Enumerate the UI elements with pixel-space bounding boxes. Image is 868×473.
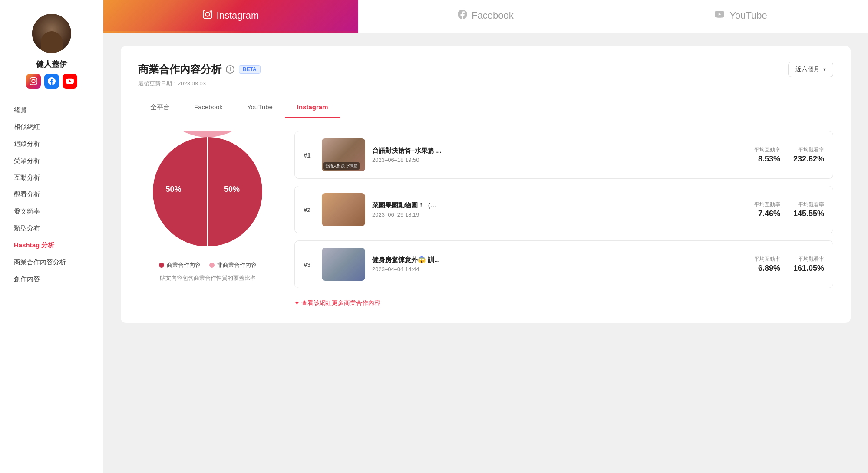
chart-legend: 商業合作內容 非商業合作內容: [159, 261, 257, 269]
post-card-1[interactable]: #1 台語對決搶答–水果篇 ... 2023–06–18 19:50 平均互動率…: [294, 131, 833, 179]
engagement-stat-1: 平均互動率 8.53%: [754, 146, 780, 164]
engagement-value-3: 6.89%: [758, 264, 780, 273]
user-name: 健人蓋伊: [36, 59, 67, 69]
youtube-social-icon[interactable]: [63, 74, 77, 89]
info-icon[interactable]: i: [226, 65, 234, 74]
sidebar-item-Hashtag 分析[interactable]: Hashtag 分析: [10, 237, 92, 254]
post-stats-2: 平均互動率 7.46% 平均觀看率 145.55%: [754, 201, 824, 218]
pie-chart: 50% 50%: [147, 131, 268, 253]
post-date-3: 2023–04–04 14:44: [372, 266, 747, 273]
post-thumb-2: [322, 193, 365, 226]
platform-tabs: Instagram Facebook YouTube: [103, 0, 868, 33]
view-stat-3: 平均觀看率 161.05%: [793, 256, 824, 273]
tab-facebook[interactable]: Facebook: [358, 0, 613, 33]
card-header: 商業合作內容分析 i BETA 近六個月 ▾: [138, 62, 833, 77]
sub-tabs: 全平台 Facebook YouTube Instagram: [138, 98, 833, 118]
view-value-3: 161.05%: [793, 264, 824, 273]
non-commercial-legend-label: 非商業合作內容: [217, 261, 257, 269]
last-updated: 最後更新日期：2023.08.03: [138, 80, 833, 88]
legend-commercial: 商業合作內容: [159, 261, 201, 269]
youtube-tab-icon: [714, 10, 725, 22]
posts-list: #1 台語對決搶答–水果篇 ... 2023–06–18 19:50 平均互動率…: [294, 131, 833, 307]
engagement-label-3: 平均互動率: [754, 256, 780, 263]
view-stat-1: 平均觀看率 232.62%: [793, 146, 824, 164]
post-thumb-1: [322, 138, 365, 171]
engagement-stat-2: 平均互動率 7.46%: [754, 201, 780, 218]
sub-tab-youtube[interactable]: YouTube: [235, 98, 285, 118]
chevron-down-icon: ▾: [823, 66, 826, 72]
date-filter-label: 近六個月: [795, 66, 820, 73]
view-value-1: 232.62%: [793, 154, 824, 164]
avatar: [32, 14, 71, 53]
tab-youtube[interactable]: YouTube: [613, 0, 868, 33]
post-stats-1: 平均互動率 8.53% 平均觀看率 232.62%: [754, 146, 824, 164]
more-link[interactable]: ✦ 查看該網紅更多商業合作內容: [294, 299, 833, 307]
post-stats-3: 平均互動率 6.89% 平均觀看率 161.05%: [754, 256, 824, 273]
instagram-social-icon[interactable]: [26, 74, 41, 89]
sidebar-item-類型分布[interactable]: 類型分布: [10, 220, 92, 237]
sidebar-item-相似網紅[interactable]: 相似網紅: [10, 118, 92, 135]
post-title-3: 健身房驚悚意外😱 訓...: [372, 256, 747, 264]
post-date-1: 2023–06–18 19:50: [372, 157, 747, 163]
sidebar-item-創作內容[interactable]: 創作內容: [10, 271, 92, 288]
more-link-text: ✦ 查看該網紅更多商業合作內容: [294, 299, 380, 307]
view-label-1: 平均觀看率: [798, 146, 824, 154]
chart-note: 貼文內容包含商業合作性質的覆蓋比率: [160, 274, 256, 282]
view-label-2: 平均觀看率: [798, 201, 824, 208]
post-card-2[interactable]: #2 菜園果園動物園！（... 2023–06–29 18:19 平均互動率 7…: [294, 186, 833, 233]
content-grid: 50% 50% 商業合作內容 非商業合作內容 貼文內容包含商業合作: [138, 131, 833, 307]
sub-tab-facebook[interactable]: Facebook: [182, 98, 235, 118]
tab-instagram[interactable]: Instagram: [103, 0, 358, 33]
sidebar-item-總覽[interactable]: 總覽: [10, 102, 92, 118]
beta-badge: BETA: [239, 65, 261, 74]
instagram-tab-label: Instagram: [217, 10, 259, 21]
post-date-2: 2023–06–29 18:19: [372, 211, 747, 218]
sidebar-item-互動分析[interactable]: 互動分析: [10, 169, 92, 186]
card-title: 商業合作內容分析: [138, 62, 221, 76]
youtube-tab-label: YouTube: [729, 10, 767, 21]
post-card-3[interactable]: #3 健身房驚悚意外😱 訓... 2023–04–04 14:44 平均互動率 …: [294, 240, 833, 288]
engagement-value-1: 8.53%: [758, 154, 780, 164]
sidebar-item-商業合作內容分析[interactable]: 商業合作內容分析: [10, 254, 92, 271]
nav-menu: 總覽相似網紅追蹤分析受眾分析互動分析觀看分析發文頻率類型分布Hashtag 分析…: [0, 102, 103, 288]
view-stat-2: 平均觀看率 145.55%: [793, 201, 824, 218]
post-thumb-3: [322, 248, 365, 281]
sidebar-item-追蹤分析[interactable]: 追蹤分析: [10, 135, 92, 152]
sub-tab-all[interactable]: 全平台: [138, 98, 182, 118]
sidebar: 健人蓋伊 總覽相似網紅追蹤分析受眾分析互動分析觀看分析發文頻率類型分布Hasht…: [0, 0, 103, 473]
post-title-2: 菜園果園動物園！（...: [372, 201, 747, 210]
view-value-2: 145.55%: [793, 209, 824, 218]
engagement-label-1: 平均互動率: [754, 146, 780, 154]
post-rank-3: #3: [304, 261, 315, 268]
post-info-1: 台語對決搶答–水果篇 ... 2023–06–18 19:50: [372, 147, 747, 163]
engagement-stat-3: 平均互動率 6.89%: [754, 256, 780, 273]
facebook-social-icon[interactable]: [44, 74, 59, 89]
content-area: 商業合作內容分析 i BETA 近六個月 ▾ 最後更新日期：2023.08.03…: [103, 33, 868, 473]
post-info-3: 健身房驚悚意外😱 訓... 2023–04–04 14:44: [372, 256, 747, 273]
main-content: Instagram Facebook YouTube 商: [103, 0, 868, 473]
engagement-label-2: 平均互動率: [754, 201, 780, 208]
post-rank-1: #1: [304, 151, 315, 159]
post-rank-2: #2: [304, 206, 315, 214]
facebook-tab-icon: [458, 10, 467, 22]
facebook-tab-label: Facebook: [472, 10, 514, 21]
engagement-value-2: 7.46%: [758, 209, 780, 218]
content-card: 商業合作內容分析 i BETA 近六個月 ▾ 最後更新日期：2023.08.03…: [121, 46, 851, 323]
sidebar-item-發文頻率[interactable]: 發文頻率: [10, 203, 92, 220]
sub-tab-instagram[interactable]: Instagram: [285, 98, 340, 118]
commercial-dot: [159, 263, 164, 268]
post-info-2: 菜園果園動物園！（... 2023–06–29 18:19: [372, 201, 747, 218]
non-commercial-dot: [209, 263, 215, 268]
date-filter-button[interactable]: 近六個月 ▾: [788, 62, 833, 77]
commercial-legend-label: 商業合作內容: [167, 261, 201, 269]
sidebar-item-受眾分析[interactable]: 受眾分析: [10, 152, 92, 169]
post-title-1: 台語對決搶答–水果篇 ...: [372, 147, 747, 155]
instagram-tab-icon: [203, 10, 212, 22]
chart-area: 50% 50% 商業合作內容 非商業合作內容 貼文內容包含商業合作: [138, 131, 277, 307]
legend-non-commercial: 非商業合作內容: [209, 261, 257, 269]
sidebar-item-觀看分析[interactable]: 觀看分析: [10, 186, 92, 203]
card-title-row: 商業合作內容分析 i BETA: [138, 62, 261, 76]
view-label-3: 平均觀看率: [798, 256, 824, 263]
social-icons: [26, 74, 77, 89]
